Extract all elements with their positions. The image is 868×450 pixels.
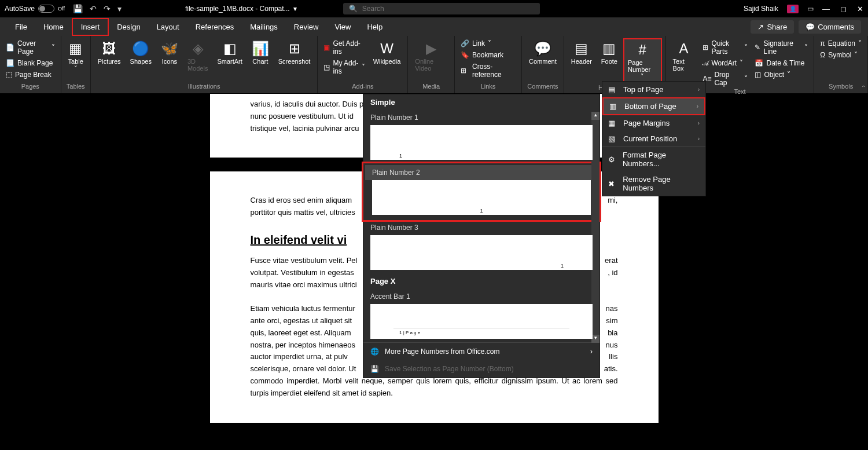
menu-bottom-of-page[interactable]: ▥Bottom of Page›: [602, 97, 705, 115]
tab-view[interactable]: View: [326, 19, 359, 35]
menu-top-of-page[interactable]: ▤Top of Page›: [602, 82, 705, 97]
comment-button[interactable]: 💬Comment: [525, 38, 560, 67]
screenshot-button[interactable]: ⊞Screenshot: [275, 38, 314, 67]
quick-parts-button[interactable]: ⊞Quick Parts ˅: [700, 38, 750, 57]
scroll-up-icon[interactable]: ▴: [591, 112, 599, 120]
page-break-button[interactable]: ⬚Page Break: [3, 69, 57, 80]
group-media: ▶Online Video Media: [408, 36, 455, 93]
search-box[interactable]: 🔍: [343, 3, 540, 14]
cross-ref-button[interactable]: ⊞Cross-reference: [458, 61, 518, 80]
get-addins-button[interactable]: ▣Get Add-ins: [321, 38, 367, 57]
table-icon: ▦: [69, 41, 82, 57]
body-text: nostra, per inceptos himenaeos: [251, 339, 355, 352]
smartart-button[interactable]: ◧SmartArt: [214, 38, 245, 67]
table-button[interactable]: ▦Table˅: [65, 38, 87, 75]
gallery-section-simple: Simple: [363, 94, 599, 110]
gallery-scrollbar[interactable]: ▴ ▾: [591, 112, 599, 343]
link-button[interactable]: 🔗Link ˅: [458, 38, 518, 49]
more-page-numbers-button[interactable]: 🌐More Page Numbers from Office.com›: [363, 343, 599, 360]
comments-button[interactable]: 💬Comments: [799, 20, 861, 34]
undo-icon[interactable]: ↶: [90, 4, 97, 13]
menu-current-position[interactable]: ▧Current Position›: [602, 131, 705, 147]
3d-models-button[interactable]: ◈3D Models: [184, 38, 211, 74]
bookmark-button[interactable]: 🔖Bookmark: [458, 50, 518, 60]
tab-help[interactable]: Help: [359, 19, 391, 35]
gallery-label-plain1: Plain Number 1: [363, 110, 599, 125]
redo-icon[interactable]: ↷: [104, 4, 111, 13]
body-text: volutpat. Vestibulum in egestas: [251, 267, 354, 279]
tab-insert[interactable]: Insert: [72, 18, 109, 36]
autosave-toggle[interactable]: AutoSave Off: [5, 5, 65, 13]
footer-button[interactable]: ▥Foote: [598, 38, 621, 67]
pictures-button[interactable]: 🖼Pictures: [94, 38, 124, 67]
minimize-icon[interactable]: —: [822, 5, 830, 13]
blank-page-button[interactable]: 📃Blank Page: [3, 58, 57, 68]
shapes-button[interactable]: 🔵Shapes: [127, 38, 155, 67]
comment-icon: 💬: [806, 23, 815, 31]
object-button[interactable]: ◫Object ˅: [752, 69, 810, 80]
equation-button[interactable]: πEquation ˅: [818, 38, 864, 49]
tab-file[interactable]: File: [7, 19, 35, 35]
group-label-pages: Pages: [21, 83, 39, 91]
chart-button[interactable]: 📊Chart: [248, 38, 273, 67]
tab-design[interactable]: Design: [109, 19, 148, 35]
menu-format-page-numbers[interactable]: ⚙Format Page Numbers...: [602, 147, 705, 171]
toggle-switch[interactable]: [38, 5, 54, 13]
icons-button[interactable]: 🦋Icons: [157, 38, 182, 67]
tab-mailings[interactable]: Mailings: [242, 19, 286, 35]
body-text: mi,: [608, 195, 617, 207]
my-addins-button[interactable]: ◳My Add-ins ˅: [321, 58, 367, 76]
gallery-item-plain2[interactable]: 1: [372, 180, 591, 215]
group-label-comments: Comments: [527, 83, 558, 91]
header-icon: ▤: [575, 41, 588, 57]
wikipedia-button[interactable]: WWikipedia: [370, 38, 404, 67]
header-button[interactable]: ▤Header: [568, 38, 595, 67]
chart-icon: 📊: [252, 41, 269, 57]
gallery-item-plain1[interactable]: 1: [370, 125, 593, 160]
menu-remove-page-numbers[interactable]: ✖Remove Page Numbers: [602, 171, 705, 196]
online-video-button[interactable]: ▶Online Video: [411, 38, 451, 74]
body-text: Etiam vehicula luctus fermentur: [251, 303, 355, 315]
save-icon[interactable]: 💾: [73, 4, 83, 13]
date-time-button[interactable]: 📅Date & Time: [752, 58, 810, 68]
tab-review[interactable]: Review: [286, 19, 327, 35]
drop-cap-button[interactable]: A≡Drop Cap ˅: [700, 69, 750, 88]
cover-page-button[interactable]: 📄Cover Page ˅: [3, 38, 57, 57]
gallery-item-plain3[interactable]: 1: [370, 235, 593, 270]
menu-page-margins[interactable]: ▦Page Margins›: [602, 115, 705, 131]
tab-references[interactable]: References: [187, 19, 242, 35]
globe-icon: 🌐: [370, 347, 379, 356]
title-dropdown-icon[interactable]: ▾: [293, 5, 297, 13]
body-text: nas: [606, 303, 618, 315]
ribbon-display-icon[interactable]: ▭: [807, 5, 814, 13]
chevron-right-icon: ›: [590, 347, 593, 356]
store-icon: ▣: [323, 43, 330, 52]
signature-line-button[interactable]: ✎Signature Line ˅: [752, 38, 810, 57]
close-icon[interactable]: ✕: [857, 5, 863, 13]
user-avatar-icon[interactable]: 👤: [787, 5, 799, 13]
group-label-links: Links: [481, 83, 496, 91]
link-icon: 🔗: [461, 39, 469, 47]
ribbon-tabs: File Home Insert Design Layout Reference…: [0, 17, 868, 36]
body-text: atis.: [604, 363, 618, 375]
maximize-icon[interactable]: ◻: [840, 5, 847, 13]
symbol-button[interactable]: ΩSymbol ˅: [818, 50, 864, 60]
blank-page-icon: 📃: [6, 59, 14, 67]
wordart-button[interactable]: 𝒜WordArt ˅: [700, 58, 750, 68]
share-icon: ↗: [757, 23, 764, 31]
new-comment-icon: 💬: [534, 41, 551, 57]
tab-home[interactable]: Home: [35, 19, 72, 35]
search-input[interactable]: [362, 5, 534, 13]
quick-access-toolbar: 💾 ↶ ↷ ▾: [73, 4, 122, 13]
username-label[interactable]: Sajid Shaik: [744, 5, 778, 13]
gallery-item-accent1[interactable]: 1 | P a g e: [370, 304, 593, 339]
text-box-button[interactable]: AText Box: [670, 38, 698, 74]
page-pos-icon: ▧: [608, 134, 617, 143]
tab-layout[interactable]: Layout: [149, 19, 187, 35]
share-button[interactable]: ↗Share: [751, 20, 794, 34]
page-number-button[interactable]: #Page Number˅: [623, 38, 662, 84]
scroll-down-icon[interactable]: ▾: [591, 335, 599, 343]
collapse-ribbon-icon[interactable]: ⌃: [861, 85, 866, 91]
qat-dropdown-icon[interactable]: ▾: [117, 4, 122, 13]
page-top-icon: ▤: [608, 85, 617, 94]
